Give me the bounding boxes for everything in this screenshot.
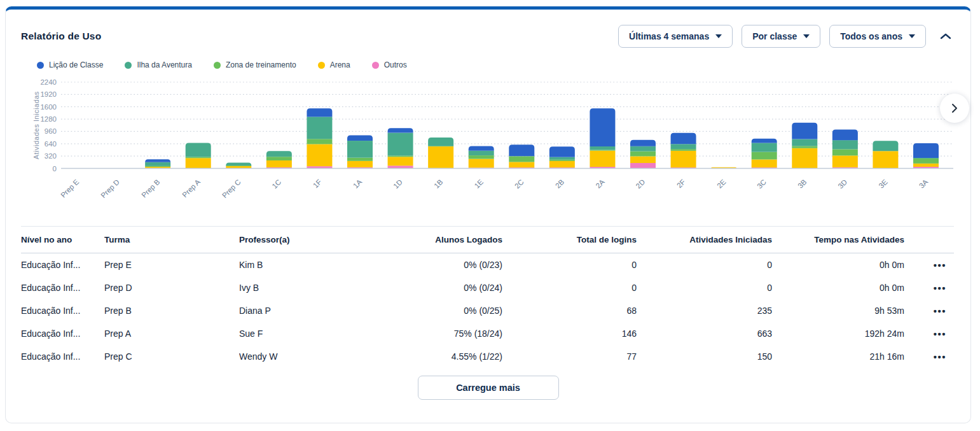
y-axis-tick-label: 960 bbox=[45, 127, 57, 135]
table-cell: 0h 0m bbox=[772, 283, 904, 293]
bar-segment bbox=[549, 161, 575, 167]
chevron-down-icon bbox=[715, 34, 722, 38]
x-axis-category-label: Prep A bbox=[181, 178, 202, 199]
bar-segment bbox=[590, 146, 615, 150]
table-cell: 146 bbox=[502, 329, 637, 339]
table-cell: Sue F bbox=[239, 329, 382, 339]
bar-segment bbox=[630, 163, 656, 168]
bar-segment bbox=[832, 140, 858, 149]
table-row: Educação Inf...Prep CWendy W4.55% (1/22)… bbox=[21, 345, 954, 368]
chart-area: 03206409601280160019202240Atividades Ini… bbox=[6, 76, 970, 217]
x-axis-category-label: 2E bbox=[715, 178, 728, 190]
table-cell: 4.55% (1/22) bbox=[382, 351, 502, 362]
filter-controls: Últimas 4 semanas Por classe Todos os an… bbox=[618, 25, 954, 48]
bar-segment bbox=[752, 159, 777, 167]
x-axis-category-label: 2F bbox=[675, 178, 687, 189]
bar-segment bbox=[145, 162, 170, 166]
x-axis-category-label: 3E bbox=[877, 178, 889, 190]
row-actions-ellipsis-button[interactable]: ••• bbox=[932, 258, 948, 272]
row-actions: ••• bbox=[904, 304, 954, 318]
table-cell: 68 bbox=[502, 306, 637, 316]
chevron-up-icon bbox=[940, 32, 951, 40]
x-axis-category-label: 1A bbox=[352, 178, 364, 190]
load-more-wrap: Carregue mais bbox=[6, 376, 970, 400]
chevron-down-icon bbox=[803, 34, 810, 38]
table-cell: 9h 53m bbox=[772, 306, 904, 316]
table-cell: Educação Inf... bbox=[21, 260, 104, 270]
bar-segment bbox=[590, 150, 615, 150]
row-actions-ellipsis-button[interactable]: ••• bbox=[932, 350, 948, 364]
legend-item-label: Outros bbox=[384, 60, 407, 69]
legend-item[interactable]: Ilha da Aventura bbox=[125, 60, 192, 69]
collapse-panel-button[interactable] bbox=[937, 31, 954, 41]
bar-segment bbox=[388, 156, 413, 157]
table-cell: Educação Inf... bbox=[21, 351, 104, 362]
table-cell: Educação Inf... bbox=[21, 306, 104, 316]
legend-item[interactable]: Outros bbox=[372, 60, 407, 69]
table-cell: 0 bbox=[637, 283, 772, 293]
x-axis-category-label: Prep B bbox=[140, 178, 162, 199]
table-header-row: Nível no anoTurmaProfessor(a)Alunos Loga… bbox=[21, 227, 954, 253]
legend-item[interactable]: Lição de Classe bbox=[37, 60, 103, 69]
page: Relatório de Uso Últimas 4 semanas Por c… bbox=[0, 0, 980, 431]
chart-next-button[interactable] bbox=[940, 94, 969, 123]
bar-segment bbox=[469, 159, 494, 168]
y-axis-tick-label: 1600 bbox=[40, 103, 57, 111]
load-more-button[interactable]: Carregue mais bbox=[418, 376, 559, 400]
row-actions: ••• bbox=[904, 281, 954, 295]
bar-segment bbox=[671, 149, 696, 151]
table-cell: Prep B bbox=[104, 306, 239, 316]
table-column-header: Tempo nas Atividades bbox=[772, 235, 904, 244]
table-cell: 0% (0/24) bbox=[382, 283, 502, 293]
table-cell: 0% (0/23) bbox=[382, 260, 502, 270]
bar-segment bbox=[671, 144, 696, 149]
row-actions: ••• bbox=[904, 350, 954, 364]
bar-segment bbox=[509, 156, 534, 162]
bar-segment bbox=[266, 157, 292, 160]
table-cell: 192h 24m bbox=[772, 329, 904, 339]
table-cell: 0% (0/25) bbox=[382, 306, 502, 316]
chevron-right-icon bbox=[949, 103, 960, 113]
bar-segment bbox=[590, 108, 615, 146]
row-actions-ellipsis-button[interactable]: ••• bbox=[932, 327, 948, 341]
row-actions-ellipsis-button[interactable]: ••• bbox=[932, 304, 948, 318]
usage-table: Nível no anoTurmaProfessor(a)Alunos Loga… bbox=[21, 226, 954, 368]
table-row: Educação Inf...Prep EKim B0% (0/23)000h … bbox=[21, 253, 954, 276]
bar-segment bbox=[792, 148, 817, 169]
x-axis-category-label: 3A bbox=[918, 178, 930, 190]
legend-item[interactable]: Zona de treinamento bbox=[214, 60, 296, 69]
legend-item-label: Ilha da Aventura bbox=[137, 60, 192, 69]
bar-segment bbox=[186, 143, 211, 157]
x-axis-category-label: 1F bbox=[312, 178, 323, 189]
page-title: Relatório de Uso bbox=[21, 31, 101, 42]
bar-segment bbox=[428, 146, 453, 168]
group-by-dropdown[interactable]: Por classe bbox=[742, 25, 820, 48]
bar-segment bbox=[469, 155, 494, 159]
table-column-header: Turma bbox=[104, 235, 239, 244]
years-dropdown-label: Todos os anos bbox=[840, 31, 902, 41]
x-axis-category-label: Prep C bbox=[221, 178, 242, 199]
years-dropdown[interactable]: Todos os anos bbox=[829, 25, 926, 48]
y-axis-title: Atividades Iniciadas bbox=[32, 91, 40, 159]
table-row: Educação Inf...Prep ASue F75% (18/24)146… bbox=[21, 322, 954, 345]
table-cell: 0 bbox=[502, 283, 637, 293]
y-axis-tick-label: 1920 bbox=[40, 90, 57, 98]
table-cell: Educação Inf... bbox=[21, 283, 104, 293]
bar-segment bbox=[226, 162, 251, 166]
chart-legend: Lição de ClasseIlha da AventuraZona de t… bbox=[6, 48, 970, 69]
bar-segment bbox=[509, 162, 534, 167]
bar-segment bbox=[913, 164, 939, 167]
row-actions-ellipsis-button[interactable]: ••• bbox=[932, 281, 948, 295]
bar-segment bbox=[186, 158, 211, 168]
legend-item[interactable]: Arena bbox=[318, 60, 350, 69]
x-axis-category-label: 1B bbox=[432, 178, 445, 190]
table-cell: Prep E bbox=[104, 260, 239, 270]
period-dropdown[interactable]: Últimas 4 semanas bbox=[618, 25, 733, 48]
x-axis-category-label: 2A bbox=[594, 178, 606, 190]
bar-segment bbox=[145, 159, 170, 162]
bar-segment bbox=[509, 145, 534, 156]
legend-dot-icon bbox=[125, 62, 132, 69]
legend-item-label: Zona de treinamento bbox=[226, 60, 296, 69]
bar-segment bbox=[266, 160, 292, 167]
legend-dot-icon bbox=[318, 62, 325, 69]
